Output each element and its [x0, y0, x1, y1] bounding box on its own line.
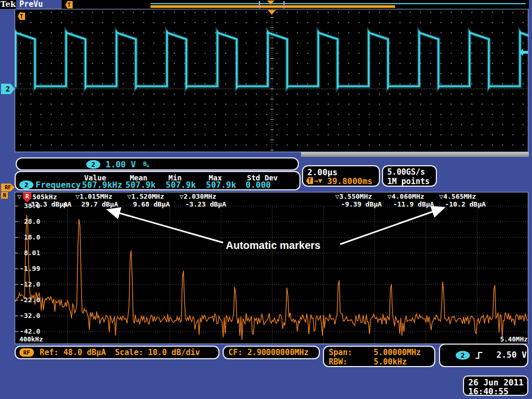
- spectrum-marker-amplitude: -3.23 dBµA: [185, 200, 226, 208]
- overview-waveform-trace: [151, 3, 526, 4]
- waveform-display-area: T: [15, 9, 528, 152]
- spectrum-start-frequency-label: 400kHz: [19, 335, 43, 343]
- rising-edge-slope-icon: [475, 350, 484, 360]
- oscilloscope-screen: Tek PreVu T T 2 RF N 2 1.00 V BW Value M…: [0, 0, 532, 399]
- spectrum-marker-amplitude: -11.9 dBµA: [393, 200, 434, 208]
- meas-row-channel-badge: 2: [19, 180, 33, 189]
- meas-mean: 507.9k: [125, 180, 156, 190]
- meas-min: 507.9k: [166, 180, 196, 190]
- spectrum-stop-frequency-label: 5.40MHz: [500, 335, 528, 343]
- span-rbw-box[interactable]: Span: 5.00000MHz RBW: 5.00kHz: [323, 346, 435, 367]
- top-bar: Tek PreVu T: [0, 0, 532, 9]
- tek-logo: Tek: [0, 0, 16, 9]
- spectrum-marker-amplitude: 9.68 dBµA: [133, 200, 170, 208]
- marker-triangle-icon: ▽: [17, 192, 21, 200]
- meas-value: 507.9kHz: [82, 180, 122, 190]
- trigger-position-marker-icon[interactable]: [268, 10, 276, 15]
- overview-trigger-position-icon[interactable]: [267, 1, 274, 5]
- measurement-readout-panel: Value Mean Min Max Std Dev 2 Frequency 5…: [15, 171, 300, 190]
- spectrum-display-area: 38.028.018.08.01-1.99-12.0-22.0-32.0-42.…: [15, 192, 528, 344]
- trigger-level-value: 2.50 V: [496, 350, 527, 360]
- meas-stddev: 0.000: [246, 180, 271, 190]
- acquisition-settings-box[interactable]: 5.00GS/s 1M points: [382, 165, 437, 187]
- waveform-trace: [15, 9, 529, 153]
- channel2-badge: 2: [86, 160, 100, 169]
- channel2-position-badge[interactable]: 2: [1, 84, 15, 94]
- rf-reference-bar[interactable]: RF Ref: 48.0 dBµA Scale: 10.0 dB/div: [15, 346, 219, 359]
- overview-bracket-left[interactable]: [259, 1, 260, 8]
- trigger-delay-flag-icon: T: [306, 177, 313, 184]
- spectrum-marker-frequency[interactable]: ▽4.060MHz: [387, 192, 424, 200]
- horizontal-settings-box[interactable]: 2.00µs T →▼ 39.8000ms: [302, 165, 380, 187]
- spectrum-marker-amplitude: -10.2 dBµA: [445, 200, 485, 208]
- span-value: 5.00000MHz: [374, 348, 421, 357]
- rf-normal-trace-badge[interactable]: N: [1, 192, 8, 199]
- trigger-delay-value: 39.8000ms: [327, 176, 373, 186]
- cf-readout: CF: 2.90000000MHz: [228, 348, 309, 357]
- rbw-label: RBW:: [329, 357, 348, 367]
- overview-zoom-window[interactable]: [151, 5, 395, 8]
- horizontal-divider-bar: [301, 152, 529, 157]
- spectrum-marker-amplitude: 29.7 dBµA: [82, 200, 118, 208]
- time-label: 16:40:55: [468, 386, 508, 396]
- spectrum-marker-frequency[interactable]: ▽1.015MHz: [76, 192, 112, 200]
- channel2-scale-value: 1.00 V: [106, 159, 136, 169]
- meas-row-name: Frequency: [36, 180, 81, 190]
- reference-marker-amplitude: 32.3 dBµA: [31, 200, 67, 208]
- rf-ref-level: Ref: 48.0 dBµA: [40, 348, 106, 357]
- trigger-settings-box[interactable]: 2 2.50 V: [439, 344, 528, 367]
- rf-badge: RF: [19, 348, 34, 357]
- spectrum-marker-frequency[interactable]: ▽1.520MHz: [128, 192, 164, 200]
- annotation-text: Automatic markers: [226, 240, 320, 252]
- record-length: 1M points: [387, 177, 430, 186]
- spectrum-marker-frequency[interactable]: ▽4.565MHz: [439, 192, 476, 200]
- span-label: Span:: [329, 348, 352, 357]
- rf-scale: Scale: 10.0 dB/div: [115, 348, 200, 357]
- sample-rate: 5.00GS/s: [387, 167, 425, 177]
- datetime-box: 26 Jun 2011 16:40:55: [463, 375, 528, 396]
- spectrum-markers: ▽1.015MHz29.7 dBµA▽1.520MHz9.68 dBµA▽2.0…: [15, 192, 529, 345]
- spectrum-marker-frequency[interactable]: ▽3.550MHz: [335, 192, 372, 200]
- acquisition-status: PreVu: [19, 0, 43, 8]
- rbw-value: 5.00kHz: [374, 357, 407, 367]
- spectrum-marker-amplitude: -9.39 dBµA: [341, 200, 381, 208]
- amplitude-units-label: µA: [63, 200, 72, 208]
- spectrum-marker-frequency[interactable]: ▽2.030MHz: [179, 192, 216, 200]
- trigger-delay-arrows-icon: →▼: [314, 177, 322, 185]
- overview-bracket-right[interactable]: [283, 1, 285, 8]
- rf-channel-badge[interactable]: RF: [1, 184, 15, 191]
- channel2-scale-bar[interactable]: 2 1.00 V BW: [16, 157, 299, 170]
- meas-max: 507.9k: [206, 180, 236, 190]
- center-frequency-box[interactable]: CF: 2.90000000MHz: [223, 346, 320, 359]
- bandwidth-limit-icon: BW: [143, 161, 149, 168]
- trigger-source-badge: 2: [456, 351, 470, 360]
- reference-marker-frequency: 505kHz: [32, 193, 57, 201]
